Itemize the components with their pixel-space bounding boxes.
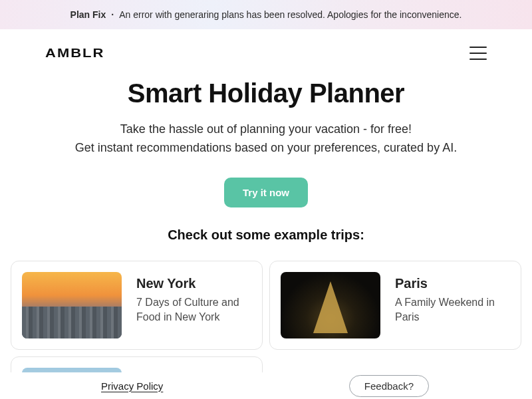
example-card-newyork[interactable]: New York 7 Days of Culture and Food in N… (11, 261, 263, 350)
try-now-button[interactable]: Try it now (224, 178, 308, 207)
announcement-bar: Plan Fix · An error with generaring plan… (0, 0, 532, 29)
card-desc: A Family Weekend in Paris (395, 295, 510, 325)
page-title: Smart Holiday Planner (27, 78, 505, 108)
card-title: Paris (395, 276, 510, 291)
announcement-separator: · (111, 9, 114, 20)
privacy-link[interactable]: Privacy Policy (101, 380, 163, 392)
feedback-button[interactable]: Feedback? (349, 375, 429, 397)
brand-logo[interactable]: AMBLR (45, 45, 104, 60)
card-thumbnail (22, 272, 122, 338)
footer-bar: Privacy Policy Feedback? (0, 372, 532, 399)
example-card-paris[interactable]: Paris A Family Weekend in Paris (269, 261, 521, 350)
hero-section: Smart Holiday Planner Take the hassle ou… (0, 78, 532, 249)
top-nav: AMBLR (0, 29, 532, 76)
card-title: New York (136, 276, 251, 291)
card-thumbnail (281, 272, 380, 338)
announcement-tag: Plan Fix (70, 9, 106, 20)
announcement-text: An error with generaring plans has been … (119, 9, 462, 20)
card-desc: 7 Days of Culture and Food in New York (136, 295, 251, 325)
menu-icon[interactable] (469, 47, 487, 60)
hero-tagline: Take the hassle out of planning your vac… (27, 120, 505, 158)
examples-heading: Check out some example trips: (27, 227, 505, 243)
